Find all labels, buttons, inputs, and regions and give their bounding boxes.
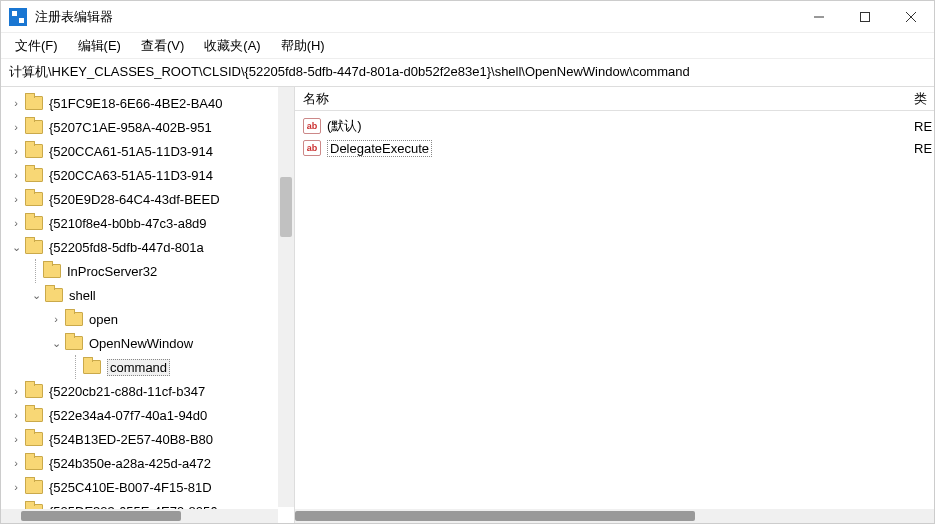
folder-icon	[25, 96, 43, 110]
collapse-icon[interactable]: ⌄	[29, 289, 43, 302]
expand-icon[interactable]: ›	[9, 457, 23, 469]
folder-icon	[43, 264, 61, 278]
menu-view[interactable]: 查看(V)	[133, 35, 192, 57]
tree-node[interactable]: ⌄OpenNewWindow	[1, 331, 278, 355]
expand-icon[interactable]: ›	[9, 433, 23, 445]
tree-node-label: {520CCA61-51A5-11D3-914	[49, 144, 213, 159]
folder-icon	[25, 432, 43, 446]
string-value-icon: ab	[303, 118, 321, 134]
expand-icon[interactable]: ›	[9, 217, 23, 229]
tree-node[interactable]: ›{520CCA63-51A5-11D3-914	[1, 163, 278, 187]
folder-icon	[25, 384, 43, 398]
value-name: DelegateExecute	[327, 140, 432, 157]
col-header-name[interactable]: 名称	[303, 90, 914, 108]
menubar: 文件(F) 编辑(E) 查看(V) 收藏夹(A) 帮助(H)	[1, 33, 934, 59]
values-rows[interactable]: ab(默认)REabDelegateExecuteRE	[295, 111, 934, 163]
tree-node[interactable]: ›{522e34a4-07f7-40a1-94d0	[1, 403, 278, 427]
tree-node-label: {5220cb21-c88d-11cf-b347	[49, 384, 205, 399]
expand-icon[interactable]: ›	[9, 145, 23, 157]
col-header-type[interactable]: 类	[914, 90, 934, 108]
window-title: 注册表编辑器	[35, 8, 796, 26]
folder-icon	[25, 120, 43, 134]
tree-node[interactable]: ›{5207C1AE-958A-402B-951	[1, 115, 278, 139]
folder-icon	[25, 216, 43, 230]
menu-edit[interactable]: 编辑(E)	[70, 35, 129, 57]
tree-vscroll-thumb[interactable]	[280, 177, 292, 237]
menu-favorites[interactable]: 收藏夹(A)	[196, 35, 268, 57]
tree-hscroll-thumb[interactable]	[21, 511, 181, 521]
tree-node-label: {520CCA63-51A5-11D3-914	[49, 168, 213, 183]
string-value-icon: ab	[303, 140, 321, 156]
tree-node-label: {524B13ED-2E57-40B8-B80	[49, 432, 213, 447]
address-text: 计算机\HKEY_CLASSES_ROOT\CLSID\{52205fd8-5d…	[9, 64, 690, 79]
folder-icon	[65, 336, 83, 350]
tree-node[interactable]: ›open	[1, 307, 278, 331]
value-name: (默认)	[327, 117, 362, 135]
tree-node-label: {52205fd8-5dfb-447d-801a	[49, 240, 204, 255]
tree-node[interactable]: ⌄shell	[1, 283, 278, 307]
tree-node[interactable]: ›{525DE323-655E-4E79-8056	[1, 499, 278, 509]
tree-list[interactable]: ›{51FC9E18-6E66-4BE2-BA40›{5207C1AE-958A…	[1, 87, 278, 509]
minimize-button[interactable]	[796, 1, 842, 33]
expand-icon[interactable]: ›	[9, 481, 23, 493]
tree-node-label: {520E9D28-64C4-43df-BEED	[49, 192, 220, 207]
tree-node-label: open	[89, 312, 118, 327]
tree-node[interactable]: ›{520CCA61-51A5-11D3-914	[1, 139, 278, 163]
tree-node[interactable]: ›{525C410E-B007-4F15-81D	[1, 475, 278, 499]
tree-node-label: {51FC9E18-6E66-4BE2-BA40	[49, 96, 222, 111]
tree-vscrollbar[interactable]	[278, 87, 294, 507]
value-row[interactable]: abDelegateExecuteRE	[295, 137, 934, 159]
folder-icon	[25, 408, 43, 422]
tree-node-label: {5207C1AE-958A-402B-951	[49, 120, 212, 135]
svg-rect-1	[861, 12, 870, 21]
tree-node-label: {524b350e-a28a-425d-a472	[49, 456, 211, 471]
tree-node[interactable]: command	[1, 355, 278, 379]
tree-hscrollbar[interactable]	[1, 509, 278, 523]
folder-icon	[25, 192, 43, 206]
values-hscrollbar[interactable]	[295, 509, 934, 523]
tree-node-label: command	[107, 359, 170, 376]
tree-node[interactable]: ›{5210f8e4-b0bb-47c3-a8d9	[1, 211, 278, 235]
tree-node[interactable]: InProcServer32	[1, 259, 278, 283]
address-bar[interactable]: 计算机\HKEY_CLASSES_ROOT\CLSID\{52205fd8-5d…	[1, 59, 934, 87]
tree-node-label: {525C410E-B007-4F15-81D	[49, 480, 212, 495]
app-icon	[9, 8, 27, 26]
expand-icon[interactable]: ›	[9, 193, 23, 205]
value-type: RE	[914, 141, 934, 156]
collapse-icon[interactable]: ⌄	[49, 337, 63, 350]
expand-icon[interactable]: ›	[9, 385, 23, 397]
expand-icon[interactable]: ›	[9, 97, 23, 109]
collapse-icon[interactable]: ⌄	[9, 241, 23, 254]
tree-node[interactable]: ›{51FC9E18-6E66-4BE2-BA40	[1, 91, 278, 115]
tree-node-label: InProcServer32	[67, 264, 157, 279]
close-button[interactable]	[888, 1, 934, 33]
tree-node[interactable]: ⌄{52205fd8-5dfb-447d-801a	[1, 235, 278, 259]
expand-icon[interactable]: ›	[9, 169, 23, 181]
folder-icon	[25, 168, 43, 182]
titlebar: 注册表编辑器	[1, 1, 934, 33]
value-type: RE	[914, 119, 934, 134]
expand-icon[interactable]: ›	[9, 409, 23, 421]
tree-connector	[69, 355, 83, 379]
folder-icon	[25, 456, 43, 470]
folder-icon	[45, 288, 63, 302]
menu-help[interactable]: 帮助(H)	[273, 35, 333, 57]
tree-pane: ›{51FC9E18-6E66-4BE2-BA40›{5207C1AE-958A…	[1, 87, 295, 523]
folder-icon	[25, 480, 43, 494]
expand-icon[interactable]: ›	[49, 313, 63, 325]
folder-icon	[65, 312, 83, 326]
tree-node[interactable]: ›{5220cb21-c88d-11cf-b347	[1, 379, 278, 403]
tree-node-label: {5210f8e4-b0bb-47c3-a8d9	[49, 216, 207, 231]
menu-file[interactable]: 文件(F)	[7, 35, 66, 57]
values-pane: 名称 类 ab(默认)REabDelegateExecuteRE	[295, 87, 934, 523]
expand-icon[interactable]: ›	[9, 121, 23, 133]
tree-node[interactable]: ›{520E9D28-64C4-43df-BEED	[1, 187, 278, 211]
tree-node[interactable]: ›{524b350e-a28a-425d-a472	[1, 451, 278, 475]
folder-icon	[25, 240, 43, 254]
values-hscroll-thumb[interactable]	[295, 511, 695, 521]
maximize-button[interactable]	[842, 1, 888, 33]
tree-node[interactable]: ›{524B13ED-2E57-40B8-B80	[1, 427, 278, 451]
value-row[interactable]: ab(默认)RE	[295, 115, 934, 137]
tree-node-label: {522e34a4-07f7-40a1-94d0	[49, 408, 207, 423]
values-header[interactable]: 名称 类	[295, 87, 934, 111]
